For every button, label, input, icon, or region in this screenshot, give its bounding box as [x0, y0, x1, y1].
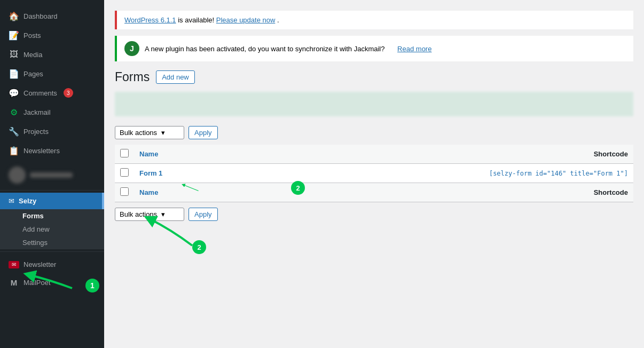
- select-all-checkbox-bottom[interactable]: [120, 187, 129, 196]
- col-footer-shortcode: Shortcode: [332, 183, 633, 202]
- sidebar-item-posts[interactable]: 📝 Posts: [0, 26, 104, 45]
- select-all-checkbox-top[interactable]: [120, 149, 129, 157]
- read-more-link[interactable]: Read more: [397, 45, 431, 53]
- page-title: Forms: [115, 70, 150, 84]
- bulk-actions-select-top[interactable]: Bulk actions ▾: [115, 126, 184, 139]
- sidebar-divider-1: [0, 190, 104, 191]
- sidebar-item-label: Jackmail: [23, 108, 51, 116]
- sidebar-item-dashboard[interactable]: 🏠 Dashboard: [0, 6, 104, 26]
- media-icon: 🖼: [9, 49, 19, 60]
- notice-plugin: J A new plugin has been activated, do yo…: [115, 36, 633, 61]
- sidebar-item-jackmail[interactable]: ⚙ Jackmail: [0, 102, 104, 122]
- sidebar-item-projects[interactable]: 🔧 Projects: [0, 122, 104, 141]
- projects-icon: 🔧: [9, 126, 19, 137]
- apply-button-bottom[interactable]: Apply: [189, 208, 218, 221]
- notice-plugin-text: A new plugin has been activated, do you …: [145, 45, 384, 53]
- forms-table: Name Shortcode Form 1 [selzy-form id="14…: [115, 145, 633, 183]
- sidebar-item-label: Projects: [23, 128, 49, 136]
- col-name-sort-link[interactable]: Name: [139, 150, 158, 158]
- form-name-link[interactable]: Form 1: [139, 169, 162, 177]
- bulk-actions-select-bottom[interactable]: Bulk actions ▾: [115, 208, 184, 221]
- sidebar-item-selzy[interactable]: ✉ Selzy: [0, 193, 104, 209]
- row-check-cell: [115, 164, 134, 183]
- sidebar-divider-2: [0, 251, 104, 252]
- bulk-actions-label-top: Bulk actions: [120, 129, 157, 137]
- please-update-link[interactable]: Please update now: [216, 16, 276, 24]
- sidebar-item-label: Media: [23, 51, 42, 59]
- col-header-shortcode: Shortcode: [226, 145, 633, 164]
- sidebar: 🏠 Dashboard 📝 Posts 🖼 Media 📄 Pages 💬 Co…: [0, 0, 104, 348]
- comments-badge: 3: [64, 88, 73, 98]
- sidebar-item-pages[interactable]: 📄 Pages: [0, 64, 104, 83]
- forms-table-footer: Name Shortcode: [115, 183, 633, 202]
- sidebar-item-label: Newsletter: [23, 260, 56, 268]
- sidebar-item-label: Newsletters: [23, 147, 60, 155]
- row-name-cell: Form 1: [134, 164, 226, 183]
- sidebar-item-comments[interactable]: 💬 Comments 3: [0, 83, 104, 102]
- main-content: WordPress 6.1.1 is available! Please upd…: [104, 0, 644, 348]
- selzy-label: Selzy: [19, 197, 36, 205]
- col-header-name: Name: [134, 145, 226, 164]
- bulk-bar-bottom: Bulk actions ▾ Apply: [115, 208, 633, 221]
- comments-icon: 💬: [9, 88, 19, 98]
- annotation-badge-2: 2: [291, 181, 305, 195]
- chevron-down-icon: ▾: [161, 129, 165, 137]
- sidebar-item-label: Posts: [23, 31, 41, 39]
- pages-icon: 📄: [9, 68, 19, 79]
- notice-update: WordPress 6.1.1 is available! Please upd…: [115, 11, 633, 29]
- table-footer-header-row: Name Shortcode: [115, 183, 633, 202]
- col-header-check: [115, 145, 134, 164]
- green-banner: [115, 92, 633, 116]
- notice-update-after: .: [277, 16, 279, 24]
- wp-update-link[interactable]: WordPress 6.1.1: [124, 16, 176, 24]
- table-row: Form 1 [selzy-form id="146" title="Form …: [115, 164, 633, 183]
- selzy-icon: ✉: [9, 197, 14, 205]
- row-shortcode-cell: [selzy-form id="146" title="Form 1"]: [226, 164, 633, 183]
- newsletters-icon: 📋: [9, 145, 19, 156]
- add-new-button[interactable]: Add new: [156, 70, 195, 84]
- sidebar-sub-forms[interactable]: Forms: [0, 209, 104, 223]
- sidebar-item-newsletter[interactable]: ✉ Newsletter: [0, 256, 104, 273]
- jackmail-icon: ⚙: [9, 107, 19, 117]
- col-footer-check: [115, 183, 134, 202]
- bulk-actions-label-bottom: Bulk actions: [120, 210, 157, 218]
- apply-button-top[interactable]: Apply: [189, 126, 218, 139]
- sidebar-item-media[interactable]: 🖼 Media: [0, 45, 104, 64]
- posts-icon: 📝: [9, 30, 19, 41]
- newsletter-icon: ✉: [9, 261, 19, 268]
- sidebar-sub-add-new[interactable]: Add new: [0, 223, 104, 236]
- bulk-bar-top: Bulk actions ▾ Apply: [115, 126, 633, 139]
- sidebar-item-label: MailPoet: [23, 279, 51, 287]
- user-block: [0, 162, 104, 188]
- table-container: Name Shortcode Form 1 [selzy-form id="14…: [115, 145, 633, 183]
- user-name: [30, 172, 73, 178]
- jackmail-plugin-icon: J: [124, 41, 139, 56]
- sidebar-item-mailpoet[interactable]: M MailPoet: [0, 273, 104, 292]
- notice-update-mid: is available!: [178, 16, 216, 24]
- col-footer-name-link[interactable]: Name: [139, 188, 158, 196]
- user-avatar: [9, 167, 26, 184]
- table-header-row: Name Shortcode: [115, 145, 633, 164]
- mailpoet-icon: M: [9, 277, 19, 288]
- page-title-row: Forms Add new: [115, 70, 633, 84]
- sidebar-item-label: Pages: [23, 70, 43, 78]
- sidebar-item-label: Dashboard: [23, 12, 58, 20]
- row-checkbox-form1[interactable]: [120, 168, 129, 177]
- dashboard-icon: 🏠: [9, 11, 19, 21]
- sidebar-sub-settings[interactable]: Settings: [0, 236, 104, 249]
- sidebar-item-newsletters[interactable]: 📋 Newsletters: [0, 141, 104, 160]
- chevron-down-icon-bottom: ▾: [161, 210, 165, 218]
- sidebar-item-label: Comments: [23, 89, 57, 97]
